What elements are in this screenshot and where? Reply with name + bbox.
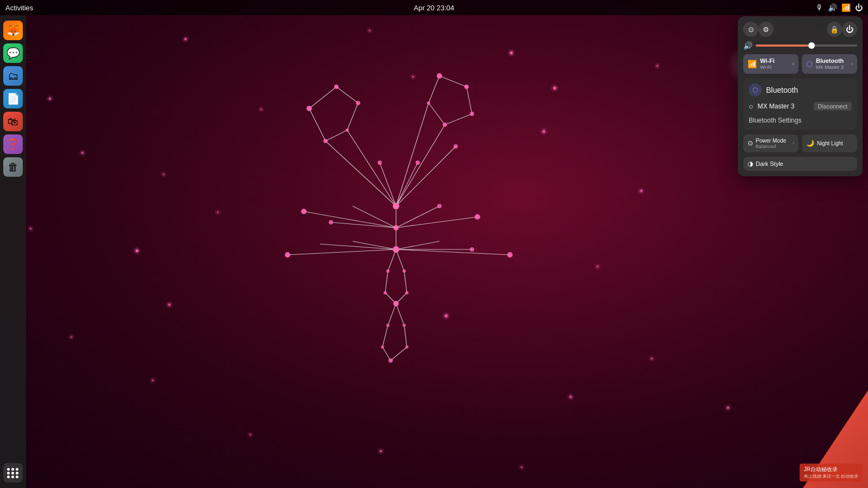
- volume-thumb: [808, 42, 815, 49]
- bluetooth-subtitle: MX Master 3: [816, 65, 844, 70]
- power-mode-subtitle: Balanced: [756, 144, 786, 149]
- svg-line-5: [429, 76, 439, 103]
- dock-icon-firefox[interactable]: 🦊: [3, 21, 23, 40]
- svg-line-23: [320, 244, 396, 249]
- bluetooth-arrow-icon: ›: [851, 61, 853, 67]
- wifi-toggle[interactable]: 📶 Wi-Fi Wi-Fi ›: [743, 54, 799, 74]
- topbar-left: Activities: [5, 4, 33, 12]
- svg-line-0: [309, 108, 326, 141]
- topbar-datetime[interactable]: Apr 20 23:04: [414, 4, 454, 12]
- svg-point-46: [346, 129, 349, 132]
- power-mode-button[interactable]: ⊙ Power Mode Balanced ›: [743, 134, 799, 152]
- dock-icon-messages[interactable]: 💬: [3, 43, 23, 63]
- svg-line-9: [429, 103, 445, 125]
- svg-point-68: [405, 291, 409, 294]
- bt-settings-label[interactable]: Bluetooth Settings: [749, 117, 801, 124]
- dock-icon-files[interactable]: 🗂: [3, 66, 23, 86]
- svg-line-15: [396, 125, 445, 206]
- volume-icon[interactable]: 🔊: [828, 3, 837, 12]
- bluetooth-text: Bluetooth MX Master 3: [816, 57, 844, 70]
- wifi-arrow-icon: ›: [793, 61, 794, 67]
- svg-point-43: [334, 85, 339, 89]
- svg-point-55: [393, 203, 399, 209]
- wifi-title: Wi-Fi: [760, 57, 775, 65]
- svg-line-40: [382, 347, 391, 361]
- svg-point-48: [464, 85, 469, 89]
- svg-point-74: [388, 358, 393, 363]
- svg-line-8: [445, 114, 472, 125]
- show-apps-button[interactable]: [3, 463, 23, 483]
- svg-line-33: [404, 271, 407, 293]
- bluetooth-icon: ⬡: [806, 60, 813, 68]
- svg-line-31: [396, 249, 404, 271]
- volume-mute-icon[interactable]: 🔊: [743, 41, 752, 50]
- apps-grid-icon: [7, 468, 19, 478]
- bt-device-left: ○ MX Master 3: [749, 102, 794, 111]
- dock-icon-software[interactable]: 🛍: [3, 112, 23, 131]
- qs-toggles-row: 📶 Wi-Fi Wi-Fi › ⬡ Bluetooth MX Master 3 …: [743, 54, 857, 74]
- power-button[interactable]: ⏻: [842, 22, 857, 37]
- svg-line-36: [388, 304, 396, 325]
- svg-point-72: [381, 345, 384, 349]
- svg-point-52: [378, 160, 382, 165]
- topbar-right: 🎙 🔊 📶 ⏻: [816, 3, 863, 12]
- svg-point-66: [403, 269, 406, 273]
- power-icon[interactable]: ⏻: [855, 3, 863, 12]
- dock-icon-writer[interactable]: 📄: [3, 89, 23, 108]
- bt-header-title: Bluetooth: [766, 86, 798, 94]
- svg-line-21: [396, 217, 477, 228]
- svg-line-41: [391, 347, 407, 361]
- svg-point-44: [356, 101, 360, 105]
- svg-line-38: [382, 325, 388, 347]
- svg-point-69: [393, 301, 399, 306]
- bt-disconnect-button[interactable]: Disconnect: [814, 102, 852, 111]
- activities-button[interactable]: Activities: [5, 4, 33, 12]
- wifi-subtitle: Wi-Fi: [760, 65, 775, 70]
- power-mode-arrow: ›: [793, 140, 794, 146]
- dark-style-button[interactable]: ◑ Dark Style: [743, 157, 857, 171]
- svg-line-2: [336, 87, 358, 103]
- quick-settings-panel: ⊙ ⚙ 🔒 ⏻ 🔊 📶 Wi-Fi Wi-Fi ›: [738, 16, 863, 176]
- svg-point-54: [454, 144, 458, 149]
- svg-line-3: [347, 103, 358, 130]
- svg-line-27: [396, 249, 510, 255]
- volume-row: 🔊: [743, 41, 857, 50]
- svg-point-47: [437, 73, 442, 79]
- svg-point-61: [285, 252, 290, 258]
- svg-line-25: [396, 241, 439, 249]
- screen-settings-button[interactable]: ⊙: [743, 22, 758, 37]
- settings-button[interactable]: ⚙: [758, 22, 774, 37]
- volume-slider[interactable]: [756, 44, 857, 47]
- svg-line-1: [309, 87, 336, 108]
- bt-settings-link[interactable]: Bluetooth Settings: [749, 115, 852, 125]
- svg-line-30: [388, 249, 396, 271]
- svg-line-22: [288, 249, 396, 255]
- night-light-text: Night Light: [817, 140, 843, 146]
- svg-point-51: [427, 101, 430, 105]
- svg-point-62: [507, 252, 513, 258]
- svg-point-56: [301, 209, 307, 214]
- lock-button[interactable]: 🔒: [827, 22, 842, 37]
- svg-line-14: [396, 103, 429, 206]
- dock-icon-trash[interactable]: 🗑: [3, 157, 23, 177]
- svg-line-6: [439, 76, 467, 87]
- power-mode-text: Power Mode Balanced: [756, 138, 786, 149]
- topbar: Activities Apr 20 23:04 🎙 🔊 📶 ⏻: [0, 0, 868, 15]
- svg-line-13: [396, 163, 418, 206]
- bluetooth-toggle[interactable]: ⬡ Bluetooth MX Master 3 ›: [802, 54, 857, 74]
- bt-header: ⬡ Bluetooth: [749, 84, 852, 97]
- qs-mode-row: ⊙ Power Mode Balanced › 🌙 Night Light: [743, 134, 857, 152]
- microphone-icon[interactable]: 🎙: [816, 3, 824, 12]
- svg-point-57: [329, 220, 333, 224]
- constellation-art: [244, 54, 542, 380]
- dock-icon-help[interactable]: ❓: [3, 134, 23, 154]
- wifi-text: Wi-Fi Wi-Fi: [760, 57, 775, 70]
- power-mode-title: Power Mode: [756, 138, 786, 144]
- night-light-button[interactable]: 🌙 Night Light: [802, 134, 857, 152]
- night-light-icon: 🌙: [806, 139, 814, 147]
- wifi-icon: 📶: [748, 60, 757, 68]
- svg-point-64: [470, 247, 474, 252]
- svg-point-73: [405, 345, 409, 349]
- dock: 🦊 💬 🗂 📄 🛍 ❓ 🗑: [0, 15, 26, 488]
- network-icon[interactable]: 📶: [841, 3, 851, 12]
